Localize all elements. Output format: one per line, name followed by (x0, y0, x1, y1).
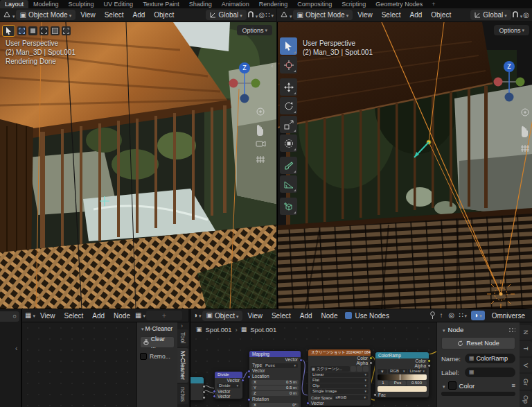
new-tree-field[interactable]: + (146, 311, 182, 320)
pin-icon[interactable] (429, 311, 436, 320)
tab-mcleaner[interactable]: M-Cleaner (177, 348, 188, 383)
panel-drag-dots[interactable] (508, 327, 515, 332)
menu-select[interactable]: Select (267, 312, 295, 320)
orientation-dropdown[interactable]: Global (206, 10, 246, 20)
label-field[interactable] (465, 367, 515, 377)
select-mode-subtract[interactable] (39, 26, 48, 35)
sidebar-collapse-arrow[interactable]: ‹ (271, 62, 274, 69)
tab-sculpting[interactable]: Sculpting (64, 0, 99, 8)
expand-arrow[interactable] (15, 345, 17, 352)
list-icon[interactable] (511, 382, 515, 389)
use-nodes-checkbox[interactable] (345, 312, 352, 319)
overlays-icon[interactable] (457, 312, 468, 319)
orientation-dropdown[interactable]: Global (470, 10, 511, 20)
panel-collapse-chevron[interactable] (441, 326, 445, 334)
menu-node[interactable]: Node (317, 312, 342, 320)
grid-ortho-icon[interactable] (521, 145, 529, 152)
color-section-chevron[interactable] (441, 382, 445, 390)
operation-dropdown[interactable]: Divide (217, 383, 240, 388)
editor-type-button[interactable] (0, 311, 19, 322)
proportional-edit-icon[interactable] (258, 12, 265, 19)
projection-dropdown[interactable]: Flat (310, 378, 369, 383)
output-socket[interactable] (427, 359, 431, 363)
tab-tool[interactable]: T (520, 341, 532, 356)
tool-transform[interactable] (280, 135, 297, 152)
input-socket[interactable] (247, 375, 251, 379)
select-mode-new[interactable] (17, 26, 26, 35)
tab-rendering[interactable]: Rendering (254, 0, 293, 8)
location-x-field[interactable]: X0.5 m (251, 380, 299, 385)
tab-sanctus[interactable]: nctus (177, 384, 188, 405)
grid-ortho-icon[interactable] (256, 156, 265, 163)
input-socket[interactable] (373, 393, 377, 397)
menu-object[interactable]: Object (150, 11, 178, 19)
spotlight-origin-gizmo[interactable] (487, 280, 515, 308)
source-dropdown[interactable]: Single Image (310, 389, 369, 394)
unlink-image-button[interactable] (351, 366, 356, 372)
tool-measure[interactable] (280, 175, 297, 193)
use-nodes-toggle[interactable]: Use Nodes (345, 312, 389, 320)
mode-dropdown[interactable]: Object Mode (16, 10, 76, 20)
editor-type-icon[interactable] (280, 11, 292, 19)
input-socket[interactable] (306, 401, 310, 405)
type-dropdown[interactable]: Point (263, 363, 298, 368)
add-workspace-button[interactable]: + (427, 0, 439, 8)
tab-scripting[interactable]: Scripting (337, 0, 371, 8)
tool-move[interactable] (280, 78, 297, 96)
menu-select[interactable]: Select (378, 11, 405, 19)
panel-collapse-arrow[interactable] (181, 323, 183, 329)
select-mode-extend[interactable] (28, 26, 37, 35)
editor-type-icon[interactable] (25, 312, 35, 319)
node-header[interactable]: Mapping (249, 351, 301, 357)
output-socket[interactable] (299, 358, 303, 362)
colorspace-dropdown[interactable]: sRGB (333, 395, 368, 400)
active-overlay-button[interactable] (471, 311, 485, 320)
editor-type-icon[interactable] (193, 312, 202, 319)
editor-type-icon[interactable] (3, 11, 15, 19)
menu-add[interactable]: Add (405, 11, 426, 19)
viewport-left[interactable]: Z ‹ Options User (0, 22, 276, 309)
tab-shading[interactable]: Shading (184, 0, 217, 8)
output-socket[interactable] (241, 379, 245, 382)
tab-group[interactable]: Gr (520, 374, 532, 390)
menu-node[interactable]: Node (109, 312, 134, 320)
options-dropdown[interactable]: Options (494, 25, 529, 35)
node-image-texture[interactable]: スクリーンショット 20240407 084049.png Color Alph… (308, 349, 371, 406)
ramp-specials-dropdown[interactable] (378, 369, 387, 374)
output-socket[interactable] (369, 361, 373, 365)
image-name-field[interactable]: スクリーンシ... (310, 366, 350, 372)
mode-dropdown[interactable]: Object Mode (293, 10, 353, 20)
viewport-right[interactable]: Z (277, 22, 532, 309)
stop-index-field[interactable]: 1 (378, 381, 389, 386)
shader-type-dropdown[interactable]: Object (202, 311, 243, 321)
interpolation-dropdown[interactable]: Linear (310, 372, 369, 377)
tab-tool[interactable]: Tool (177, 329, 188, 347)
clear-button[interactable]: Clear ... (140, 336, 175, 348)
menu-select[interactable]: Select (100, 11, 128, 19)
clipped-field[interactable] (441, 392, 515, 396)
proportional-edit-icon[interactable] (523, 12, 529, 19)
tab-texture-paint[interactable]: Texture Paint (138, 0, 184, 8)
snapping-icon[interactable] (247, 11, 258, 19)
node-mapping[interactable]: Mapping Vector Type Point Vector Locatio… (249, 350, 301, 407)
input-socket[interactable] (213, 390, 216, 393)
node-vector-math-divide[interactable]: Divide Vector Divide Vector Vector (214, 371, 243, 399)
ramp-stop-marker[interactable] (400, 374, 400, 380)
name-field[interactable]: ColorRamp (465, 354, 515, 363)
menu-add[interactable]: Add (88, 312, 109, 320)
overlays-icon[interactable] (265, 12, 274, 19)
node-header[interactable]: ColorRamp (375, 352, 429, 358)
stop-color-swatch[interactable] (378, 386, 427, 392)
extension-dropdown[interactable]: Clip (310, 383, 369, 388)
tool-annotate[interactable] (280, 157, 297, 174)
menu-view[interactable]: View (243, 312, 267, 320)
node-clipped[interactable] (190, 376, 204, 401)
menu-view[interactable]: View (76, 11, 100, 19)
tab-compositing[interactable]: Compositing (292, 0, 337, 8)
node-tree-icon[interactable] (135, 312, 145, 319)
node-header[interactable]: スクリーンショット 20240407 084049.png (308, 349, 371, 356)
tab-node[interactable]: N (520, 325, 532, 340)
input-socket[interactable] (247, 398, 251, 401)
snapping-icon[interactable] (446, 312, 456, 319)
remove-checkbox[interactable] (140, 353, 147, 360)
